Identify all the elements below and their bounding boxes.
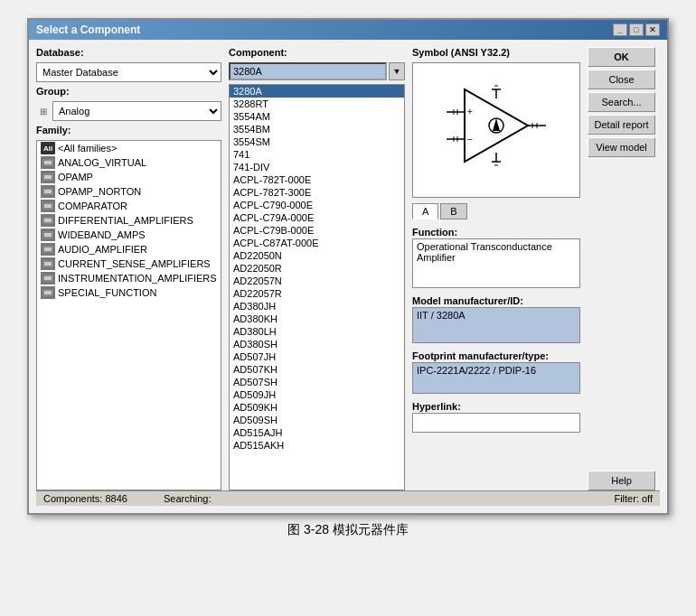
svg-rect-3 — [44, 175, 52, 179]
footprint-manufacturer-value: IPC-2221A/2222 / PDIP-16 — [412, 362, 580, 394]
component-item[interactable]: 741-DIV — [230, 161, 404, 173]
view-model-button[interactable]: View model — [588, 137, 655, 157]
svg-rect-15 — [44, 262, 52, 266]
component-item[interactable]: AD380JH — [230, 300, 404, 313]
component-item[interactable]: AD22050R — [230, 262, 404, 275]
hyperlink-label: Hyperlink: — [412, 401, 580, 412]
component-item[interactable]: ACPL-C87AT-000E — [230, 237, 404, 249]
database-label: Database: — [36, 47, 221, 58]
component-item[interactable]: AD507JH — [230, 350, 404, 363]
hyperlink-section: Hyperlink: — [412, 401, 580, 433]
dialog-title: Select a Component — [36, 23, 140, 36]
family-item[interactable]: All<All families> — [37, 141, 221, 155]
component-item[interactable]: AD509SH — [230, 414, 404, 426]
component-item[interactable]: AD380KH — [230, 313, 404, 325]
family-item-label: WIDEBAND_AMPS — [58, 229, 146, 240]
component-item[interactable]: ACPL-C79A-000E — [230, 211, 404, 224]
component-item[interactable]: AD22057R — [230, 287, 404, 300]
component-item[interactable]: 3554SM — [230, 135, 404, 148]
component-item[interactable]: 3554BM — [230, 123, 404, 135]
filter-status: Filter: off — [614, 493, 653, 504]
family-item-icon: All — [41, 142, 55, 154]
family-list: All<All families>ANALOG_VIRTUALOPAMPOPAM… — [36, 140, 221, 490]
component-item[interactable]: AD507SH — [230, 376, 404, 388]
maximize-button[interactable]: □ — [629, 23, 644, 36]
component-item[interactable]: ACPL-C790-000E — [230, 199, 404, 211]
hyperlink-value — [412, 413, 580, 433]
family-item-label: COMPARATOR — [58, 201, 127, 211]
group-icon: ⊞ — [36, 104, 51, 118]
component-item[interactable]: 3280A — [230, 85, 404, 98]
component-item[interactable]: AD507KH — [230, 363, 404, 376]
family-item-label: CURRENT_SENSE_AMPLIFIERS — [58, 258, 211, 269]
family-item[interactable]: WIDEBAND_AMPS — [37, 228, 221, 242]
svg-text:+: + — [467, 107, 473, 117]
function-section: Function: Operational Transconductance A… — [412, 227, 580, 288]
top-row: Database: Master Database Group: ⊞ Analo… — [36, 47, 660, 490]
component-item[interactable]: AD380LH — [230, 325, 404, 338]
component-dropdown-btn[interactable]: ▼ — [389, 62, 405, 80]
component-item[interactable]: 741 — [230, 148, 404, 161]
family-item-icon — [41, 286, 55, 299]
group-dropdown[interactable]: Analog — [52, 101, 221, 121]
family-item[interactable]: INSTRUMENTATION_AMPLIFIERS — [37, 271, 221, 285]
component-input[interactable] — [229, 62, 387, 80]
component-item[interactable]: ACPL-782T-300E — [230, 186, 404, 199]
model-manufacturer-value: IIT / 3280A — [412, 307, 580, 343]
family-item-icon — [41, 156, 55, 169]
family-item[interactable]: COMPARATOR — [37, 199, 221, 213]
family-item-icon — [41, 171, 55, 183]
searching-status: Searching: — [164, 493, 212, 504]
model-manufacturer-label: Model manufacturer/ID: — [412, 295, 580, 306]
status-bar: Components: 8846 Searching: Filter: off — [36, 490, 660, 506]
component-item[interactable]: AD22050N — [230, 249, 404, 262]
symbol-svg: + − — [437, 71, 555, 189]
family-item-icon — [41, 257, 55, 270]
title-bar: Select a Component _ □ ✕ — [29, 20, 667, 40]
close-window-button[interactable]: ✕ — [645, 23, 660, 36]
family-label: Family: — [36, 125, 221, 135]
function-value: Operational Transconductance Amplifier — [412, 238, 580, 288]
component-item[interactable]: AD22057N — [230, 275, 404, 287]
component-item[interactable]: ACPL-782T-000E — [230, 173, 404, 186]
dialog-body: Database: Master Database Group: ⊞ Analo… — [29, 40, 667, 513]
ok-button[interactable]: OK — [588, 47, 655, 67]
symbol-box: + − — [412, 62, 580, 198]
database-dropdown[interactable]: Master Database — [36, 62, 221, 82]
component-item[interactable]: 3288RT — [230, 98, 404, 110]
family-item[interactable]: AUDIO_AMPLIFIER — [37, 242, 221, 257]
component-input-row: ▼ — [229, 62, 405, 80]
family-item[interactable]: OPAMP_NORTON — [37, 184, 221, 199]
detail-report-button[interactable]: Detail report — [588, 115, 655, 135]
family-item[interactable]: DIFFERENTIAL_AMPLIFIERS — [37, 213, 221, 228]
close-button[interactable]: Close — [588, 70, 655, 89]
component-item[interactable]: AD515AKH — [230, 439, 404, 452]
middle-panel: Component: ▼ 3280A3288RT3554AM3554BM3554… — [229, 47, 405, 490]
family-item-label: INSTRUMENTATION_AMPLIFIERS — [58, 273, 217, 284]
component-item[interactable]: AD509KH — [230, 401, 404, 414]
search-button[interactable]: Search... — [588, 92, 655, 112]
help-button[interactable]: Help — [588, 471, 655, 490]
component-item[interactable]: 3554AM — [230, 110, 404, 123]
svg-rect-1 — [44, 161, 52, 164]
family-item-label: AUDIO_AMPLIFIER — [58, 244, 147, 255]
family-item[interactable]: ANALOG_VIRTUAL — [37, 155, 221, 170]
component-item[interactable]: AD509JH — [230, 388, 404, 401]
family-item[interactable]: SPECIAL_FUNCTION — [37, 285, 221, 300]
tab-a[interactable]: A — [412, 203, 438, 219]
svg-rect-5 — [44, 190, 52, 193]
family-item-icon — [41, 200, 55, 212]
tabs-row: A B — [412, 203, 580, 219]
components-count: Components: 8846 — [43, 493, 127, 504]
family-item-label: OPAMP — [58, 172, 93, 182]
svg-rect-13 — [44, 247, 52, 251]
minimize-button[interactable]: _ — [613, 23, 627, 36]
family-item[interactable]: OPAMP — [37, 170, 221, 184]
title-bar-controls: _ □ ✕ — [613, 23, 660, 36]
tab-b[interactable]: B — [440, 203, 466, 219]
family-item[interactable]: CURRENT_SENSE_AMPLIFIERS — [37, 257, 221, 271]
component-item[interactable]: ACPL-C79B-000E — [230, 224, 404, 237]
component-item[interactable]: AD515AJH — [230, 426, 404, 439]
component-item[interactable]: AD380SH — [230, 338, 404, 350]
svg-rect-9 — [44, 219, 52, 222]
